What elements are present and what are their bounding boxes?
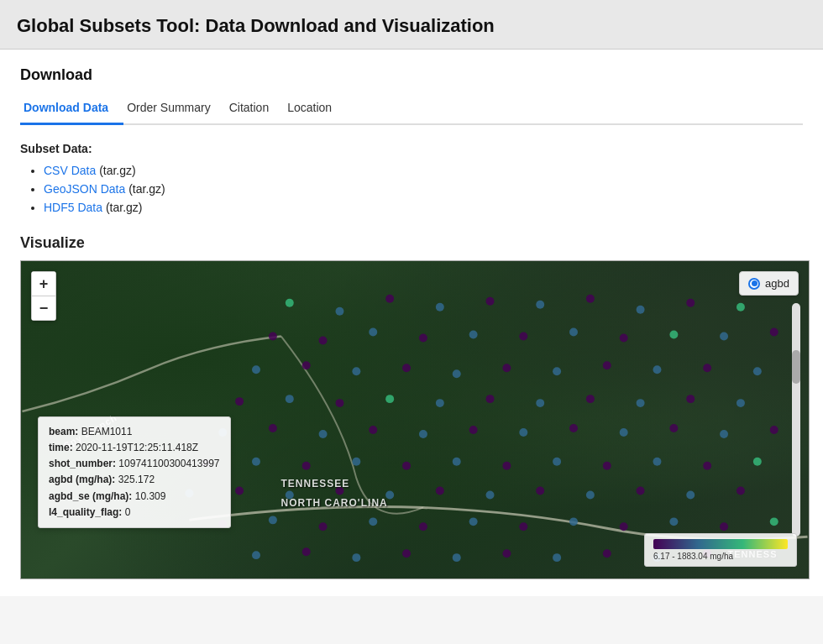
geojson-suffix: (tar.gz) (128, 182, 165, 196)
legend-variable-label: agbd (765, 277, 789, 290)
tabs-container: Download Data Order Summary Citation Loc… (20, 94, 803, 125)
list-item: GeoJSON Data (tar.gz) (44, 182, 803, 196)
popup-agbd-se: agbd_se (mg/ha): 10.309 (49, 489, 220, 505)
list-item: HDF5 Data (tar.gz) (44, 201, 803, 214)
popup-agbd-label: agbd (mg/ha): (49, 474, 115, 485)
page-header: Global Subsets Tool: Data Download and V… (0, 0, 823, 50)
csv-data-link[interactable]: CSV Data (44, 164, 96, 177)
popup-agbd-se-label: agbd_se (mg/ha): (49, 490, 132, 502)
map-zoom-controls: + − (31, 271, 56, 321)
map-scrollbar-thumb[interactable] (792, 350, 800, 384)
popup-shot: shot_number: 109741100300413997 (49, 456, 220, 472)
map-scrollbar[interactable] (792, 303, 800, 537)
visualize-section: Visualize (20, 234, 803, 579)
visualize-title: Visualize (20, 234, 803, 252)
popup-quality: l4_quality_flag: 0 (49, 505, 220, 521)
legend-radio[interactable] (748, 278, 760, 290)
zoom-out-button[interactable]: − (32, 296, 55, 320)
map-popup: beam: BEAM1011 time: 2020-11-19T12:25:11… (38, 416, 231, 528)
list-item: CSV Data (tar.gz) (44, 164, 803, 177)
popup-time-label: time: (49, 442, 73, 453)
main-content: Download Download Data Order Summary Cit… (0, 50, 823, 596)
popup-quality-label: l4_quality_flag: (49, 506, 122, 518)
popup-time-value: 2020-11-19T12:25:11.418Z (76, 442, 198, 453)
page-title: Global Subsets Tool: Data Download and V… (17, 15, 806, 37)
hdf5-data-link[interactable]: HDF5 Data (44, 201, 102, 214)
colorbar-range-label: 6.17 - 1883.04 mg/ha (653, 552, 733, 561)
colorbar-labels: 6.17 - 1883.04 mg/ha (653, 552, 788, 561)
subset-label: Subset Data: (20, 142, 803, 155)
download-links-list: CSV Data (tar.gz) GeoJSON Data (tar.gz) … (20, 164, 803, 214)
map-legend-control[interactable]: agbd (739, 271, 799, 296)
map-colorbar: 6.17 - 1883.04 mg/ha (644, 533, 797, 567)
tab-download-data[interactable]: Download Data (20, 94, 123, 125)
tab-location[interactable]: Location (284, 94, 347, 125)
popup-beam: beam: BEAM1011 (49, 424, 220, 440)
download-section: Download Download Data Order Summary Cit… (20, 66, 803, 214)
map-container[interactable]: + − agbd Spy Branch TENNESSEE NORTH CARO… (20, 260, 810, 579)
hdf5-suffix: (tar.gz) (106, 201, 143, 214)
colorbar-gradient (653, 539, 788, 549)
download-title: Download (20, 66, 803, 84)
popup-agbd-value: 325.172 (118, 474, 155, 485)
zoom-in-button[interactable]: + (32, 272, 55, 296)
popup-shot-label: shot_number: (49, 458, 116, 469)
popup-beam-value: BEAM1011 (81, 426, 133, 437)
popup-agbd: agbd (mg/ha): 325.172 (49, 472, 220, 488)
popup-quality-value: 0 (125, 506, 131, 518)
geojson-data-link[interactable]: GeoJSON Data (44, 182, 125, 196)
popup-shot-value: 109741100300413997 (118, 458, 219, 469)
tab-citation[interactable]: Citation (226, 94, 284, 125)
popup-agbd-se-value: 10.309 (135, 490, 166, 502)
csv-suffix: (tar.gz) (99, 164, 136, 177)
tab-order-summary[interactable]: Order Summary (123, 94, 226, 125)
popup-time: time: 2020-11-19T12:25:11.418Z (49, 440, 220, 456)
radio-selected-indicator (752, 280, 757, 286)
popup-beam-label: beam: (49, 426, 78, 437)
